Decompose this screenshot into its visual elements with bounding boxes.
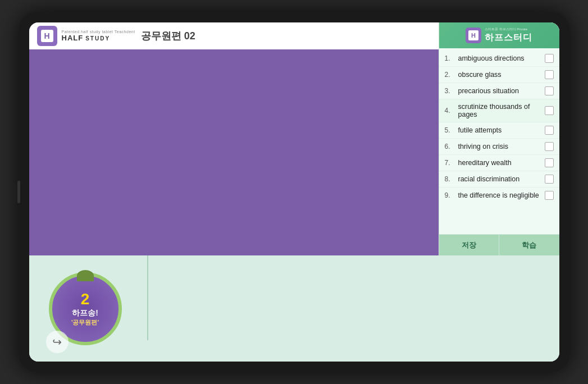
item-number: 4.: [445, 107, 455, 115]
item-checkbox[interactable]: [545, 175, 554, 184]
item-text: precarious situation: [458, 87, 541, 95]
item-number: 3.: [445, 87, 455, 95]
item-text: obscure glass: [458, 71, 541, 79]
video-area: H Patented half study tablet Teachdent H…: [29, 22, 439, 255]
checklist-item[interactable]: 7.hereditary wealth: [439, 155, 559, 171]
brand-h-icon: H: [44, 31, 49, 40]
checklist-item[interactable]: 8.racial discrimination: [439, 171, 559, 188]
item-number: 1.: [445, 54, 455, 62]
video-content[interactable]: [29, 49, 439, 255]
item-checkbox[interactable]: [545, 106, 554, 115]
study-button[interactable]: 학습: [499, 235, 559, 255]
checklist-item[interactable]: 4.scrutinize thousands of pages: [439, 99, 559, 122]
top-section: H Patented half study tablet Teachdent H…: [29, 22, 559, 255]
checklist-item[interactable]: 9.the difference is negligible: [439, 188, 559, 203]
item-number: 5.: [445, 126, 455, 134]
item-text: futile attempts: [458, 126, 541, 134]
checklist-item[interactable]: 3.precarious situation: [439, 83, 559, 99]
video-header: H Patented half study tablet Teachdent H…: [29, 22, 439, 49]
item-text: thriving on crisis: [458, 143, 541, 150]
checklist-item[interactable]: 1.ambiguous directions: [439, 51, 559, 67]
sidebar: H 스마트폰 하프스터디 Private 하프스터디 1.ambiguous d…: [439, 22, 559, 255]
sidebar-header: H 스마트폰 하프스터디 Private 하프스터디: [439, 22, 559, 48]
tablet-screen: H Patented half study tablet Teachdent H…: [29, 22, 559, 362]
item-number: 8.: [445, 175, 455, 183]
checklist-item[interactable]: 5.futile attempts: [439, 122, 559, 139]
sidebar-brand-top: 스마트폰 하프스터디 Private: [485, 27, 527, 32]
save-button[interactable]: 저장: [439, 235, 500, 255]
sidebar-brand-name: 하프스터디: [485, 32, 532, 44]
checklist-item[interactable]: 6.thriving on crisis: [439, 139, 559, 155]
item-number: 6.: [445, 143, 455, 150]
back-button[interactable]: ↩: [46, 331, 69, 353]
side-button[interactable]: [17, 181, 20, 203]
song-sub: '공무원편': [71, 318, 99, 327]
item-checkbox[interactable]: [545, 54, 554, 63]
item-checkbox[interactable]: [545, 142, 554, 151]
item-checkbox[interactable]: [545, 70, 554, 79]
brand-logo-box: H: [37, 26, 57, 46]
bottom-main: [154, 255, 559, 362]
item-text: hereditary wealth: [458, 159, 541, 167]
item-checkbox[interactable]: [545, 126, 554, 135]
song-number: 2: [81, 290, 90, 308]
item-text: ambiguous directions: [458, 54, 541, 62]
tablet: H Patented half study tablet Teachdent H…: [19, 12, 569, 372]
item-number: 7.: [445, 159, 455, 167]
item-number: 9.: [445, 191, 455, 199]
sidebar-title-group: 스마트폰 하프스터디 Private 하프스터디: [485, 27, 532, 44]
item-text: the difference is negligible: [458, 191, 541, 199]
brand-logo-inner: H: [41, 30, 53, 42]
video-title: 공무원편 02: [141, 29, 195, 43]
checklist: 1.ambiguous directions2.obscure glass3.p…: [439, 48, 559, 234]
item-text: scrutinize thousands of pages: [458, 103, 541, 118]
sidebar-footer: 저장 학습: [439, 234, 559, 255]
bottom-left: 2 하프송! '공무원편': [29, 255, 142, 362]
sidebar-logo: H: [466, 28, 481, 43]
item-number: 2.: [445, 71, 455, 79]
bottom-section: 2 하프송! '공무원편' ↩: [29, 255, 559, 362]
divider: [147, 255, 148, 340]
song-label: 하프송!: [72, 308, 98, 318]
item-checkbox[interactable]: [545, 158, 554, 167]
sidebar-logo-inner: H: [468, 30, 478, 40]
back-arrow-icon: ↩: [52, 335, 62, 349]
item-checkbox[interactable]: [545, 191, 554, 200]
item-text: racial discrimination: [458, 175, 541, 183]
item-checkbox[interactable]: [545, 86, 554, 95]
brand-study-label: STUDY: [85, 35, 110, 42]
brand-text: Patented half study tablet Teachdent HAL…: [62, 30, 135, 42]
checklist-item[interactable]: 2.obscure glass: [439, 67, 559, 83]
brand-half-label: HALF: [62, 34, 84, 42]
sidebar-h-icon: H: [471, 32, 476, 39]
